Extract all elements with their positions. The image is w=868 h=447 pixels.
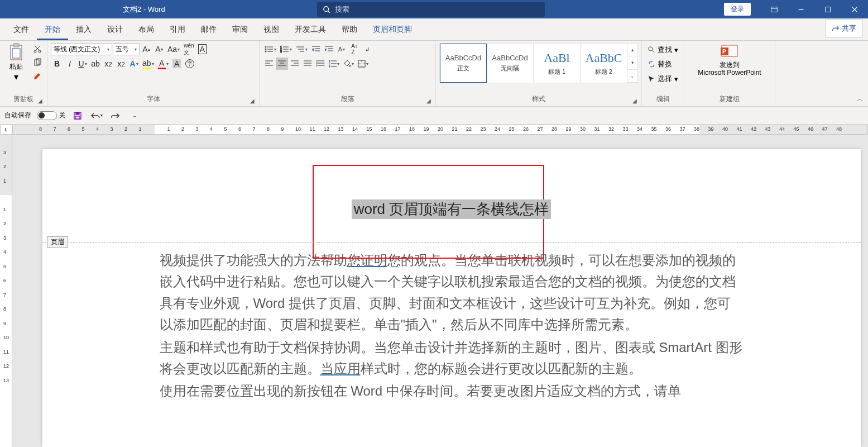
tab-review[interactable]: 审阅	[224, 20, 256, 40]
tab-references[interactable]: 引用	[162, 20, 193, 40]
format-painter-button[interactable]	[31, 70, 44, 82]
close-button[interactable]	[841, 0, 868, 18]
dialog-launcher-icon[interactable]: ◢	[632, 98, 637, 104]
underline-button[interactable]: U▾	[76, 58, 89, 70]
font-color-button[interactable]: A▾	[156, 58, 170, 70]
tab-view[interactable]: 视图	[256, 20, 287, 40]
asian-layout-button[interactable]: A▾	[335, 43, 348, 55]
italic-button[interactable]: I	[64, 58, 76, 70]
svg-marker-39	[325, 48, 327, 51]
header-zone[interactable]: word 页眉顶端有一条横线怎样 页眉	[42, 149, 861, 243]
tab-layout[interactable]: 布局	[131, 20, 162, 40]
decrease-indent-button[interactable]	[310, 43, 322, 55]
align-right-button[interactable]	[289, 58, 301, 70]
customize-qat-button[interactable]: ⌄	[128, 109, 141, 122]
tab-home[interactable]: 开始	[37, 20, 68, 40]
tab-mailings[interactable]: 邮件	[193, 20, 224, 40]
gallery-down-button[interactable]: ▾	[627, 56, 637, 69]
distributed-button[interactable]	[314, 58, 327, 70]
tab-file[interactable]: 文件	[6, 20, 37, 40]
collapse-ribbon-button[interactable]: ︿	[856, 94, 864, 104]
tab-design[interactable]: 设计	[99, 20, 131, 40]
svg-line-13	[36, 46, 40, 50]
undo-button[interactable]: ▾	[90, 109, 103, 122]
group-label: 段落	[341, 95, 354, 103]
tab-developer[interactable]: 开发工具	[287, 20, 334, 40]
select-button[interactable]: 选择▾	[645, 72, 680, 85]
minimize-button[interactable]	[788, 0, 814, 18]
subscript-button[interactable]: x2	[102, 58, 114, 70]
text-effects-button[interactable]: A▾	[128, 58, 140, 70]
dialog-launcher-icon[interactable]: ◢	[250, 98, 255, 104]
header-label: 页眉	[47, 236, 68, 248]
borders-button[interactable]: ▾	[356, 58, 370, 70]
paste-button[interactable]: 粘贴 ▾	[3, 43, 29, 82]
grow-font-button[interactable]: A▴	[140, 43, 152, 55]
align-center-button[interactable]	[276, 58, 288, 70]
ribbon-display-options-button[interactable]	[761, 0, 788, 18]
numbering-button[interactable]: 123▾	[279, 43, 294, 55]
tab-selector[interactable]: L	[0, 125, 12, 135]
multilevel-list-button[interactable]: ▾	[294, 43, 309, 55]
svg-rect-9	[13, 44, 19, 47]
group-label: 剪贴板	[13, 95, 33, 103]
font-name-combo[interactable]: 等线 (西文正文)▾	[51, 43, 112, 55]
tab-header-footer[interactable]: 页眉和页脚	[365, 20, 420, 40]
tab-help[interactable]: 帮助	[334, 20, 365, 40]
document-title: 文档2 - Word	[123, 4, 165, 15]
body-text[interactable]: 视频提供了功能强大的方法帮助您证明您的观点。当您单击联机视频时，可以在想要添加的…	[42, 243, 861, 402]
bullets-button[interactable]: ▾	[263, 43, 278, 55]
horizontal-ruler[interactable]: 1234567812345678910111213141516171819202…	[12, 125, 868, 135]
copy-button[interactable]	[31, 56, 44, 69]
vertical-ruler[interactable]: 12312345678910111213	[0, 135, 12, 447]
send-to-powerpoint-button[interactable]: P 发送到Microsoft PowerPoint	[688, 43, 771, 77]
gallery-up-button[interactable]: ▴	[627, 44, 637, 56]
svg-point-21	[265, 51, 266, 52]
style-no-spacing[interactable]: AaBbCcDd无间隔	[487, 44, 534, 83]
character-shading-button[interactable]: A	[171, 58, 183, 70]
redo-button[interactable]	[109, 109, 122, 122]
increase-indent-button[interactable]	[323, 43, 335, 55]
dialog-launcher-icon[interactable]: ◢	[426, 98, 431, 104]
enclose-characters-button[interactable]: 字	[184, 58, 196, 70]
show-marks-button[interactable]: ↲	[361, 43, 373, 55]
change-case-button[interactable]: Aa▾	[166, 43, 181, 55]
page-scroll[interactable]: word 页眉顶端有一条横线怎样 页眉 视频提供了功能强大的方法帮助您证明您的观…	[12, 135, 868, 447]
gallery-scroll: ▴ ▾ ⌄	[627, 44, 637, 83]
align-justify-button[interactable]	[301, 58, 314, 70]
replace-button[interactable]: 替换	[645, 58, 674, 71]
svg-rect-10	[12, 49, 20, 58]
svg-line-14	[35, 46, 39, 50]
font-size-combo[interactable]: 五号▾	[113, 43, 140, 55]
search-box[interactable]: 搜索	[317, 2, 545, 17]
strikethrough-button[interactable]: ab	[89, 58, 102, 70]
find-button[interactable]: 查找▾	[645, 43, 680, 56]
login-button[interactable]: 登录	[724, 3, 751, 16]
share-button[interactable]: 共享	[826, 20, 862, 37]
chevron-down-icon: ▾	[14, 72, 18, 82]
style-normal[interactable]: AaBbCcDd正文	[440, 44, 487, 83]
header-text[interactable]: word 页眉顶端有一条横线怎样	[352, 199, 552, 219]
cut-button[interactable]	[31, 43, 44, 55]
gallery-more-button[interactable]: ⌄	[627, 70, 637, 83]
sort-button[interactable]: A↓Z	[348, 43, 361, 55]
highlight-button[interactable]: ab▾	[141, 58, 156, 70]
clipboard-icon	[8, 43, 24, 61]
bold-button[interactable]: B	[51, 58, 63, 70]
align-left-button[interactable]	[263, 58, 275, 70]
character-border-button[interactable]: A	[196, 43, 208, 55]
superscript-button[interactable]: x2	[115, 58, 127, 70]
phonetic-guide-button[interactable]: wén文	[182, 43, 195, 55]
style-heading-2[interactable]: AaBbC标题 2	[581, 44, 627, 83]
maximize-button[interactable]	[814, 0, 841, 18]
dialog-launcher-icon[interactable]: ◢	[38, 98, 42, 104]
svg-marker-61	[329, 60, 330, 61]
shading-button[interactable]: ▾	[342, 58, 356, 70]
line-spacing-button[interactable]: ▾	[327, 58, 341, 70]
save-button[interactable]	[71, 109, 84, 122]
shrink-font-button[interactable]: A▾	[153, 43, 165, 55]
autosave-toggle[interactable]: 关	[37, 111, 65, 120]
style-heading-1[interactable]: AaBl标题 1	[534, 44, 581, 83]
powerpoint-icon: P	[721, 43, 738, 59]
tab-insert[interactable]: 插入	[68, 20, 99, 40]
